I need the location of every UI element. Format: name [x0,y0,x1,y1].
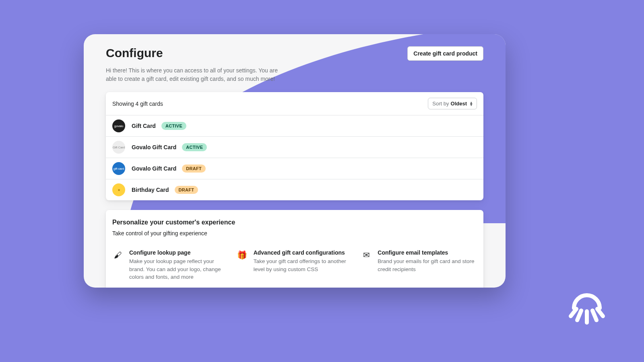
personalize-feature[interactable]: 🎁Advanced gift card configurationsTake y… [237,249,353,281]
gift-card-avatar: Gift Card [112,141,125,154]
brush-icon: 🖌 [112,249,124,261]
svg-line-1 [577,311,581,320]
feature-title: Configure email templates [378,249,477,256]
create-gift-card-button[interactable]: Create gift card product [407,46,483,61]
personalize-feature[interactable]: ✉Configure email templatesBrand your ema… [361,249,477,281]
status-badge: DRAFT [175,186,198,194]
feature-desc: Make your lookup page reflect your brand… [129,257,229,281]
gift-card-avatar: gift card [112,162,125,175]
gift-card-row[interactable]: gift cardGovalo Gift CardDRAFT [106,158,483,179]
gift-card-list-card: Showing 4 gift cards Sort by Oldest ▴▾ g… [106,92,483,200]
svg-line-3 [571,309,576,316]
feature-title: Configure lookup page [129,249,229,256]
svg-line-2 [592,311,597,320]
gift-icon: 🎁 [237,249,248,261]
personalize-subtitle: Take control of your gifting experience [112,230,477,237]
gift-card-name: Gift Card [132,123,156,129]
list-header: Showing 4 gift cards Sort by Oldest ▴▾ [106,92,483,115]
feature-desc: Take your gift card offerings to another… [254,257,353,273]
sort-label: Sort by [432,101,449,107]
gift-card-row[interactable]: ★Birthday CardDRAFT [106,179,483,200]
svg-line-4 [597,309,603,316]
gift-card-row[interactable]: govaloGift CardACTIVE [106,115,483,137]
personalize-title: Personalize your customer's experience [112,219,477,226]
status-badge: DRAFT [182,165,206,173]
feature-title: Advanced gift card configurations [254,249,353,256]
personalize-feature[interactable]: 🖌Configure lookup pageMake your lookup p… [112,249,229,281]
feature-desc: Brand your emails for gift card and stor… [378,257,477,273]
gift-card-row[interactable]: Gift CardGovalo Gift CardACTIVE [106,137,483,158]
gift-card-name: Govalo Gift Card [132,144,176,150]
sort-select[interactable]: Sort by Oldest ▴▾ [428,98,477,109]
personalize-card: Personalize your customer's experience T… [106,210,483,288]
status-badge: ACTIVE [161,122,186,130]
gift-card-name: Birthday Card [132,187,169,193]
page-intro: Hi there! This is where you can access t… [106,66,279,83]
brand-logo-icon [567,288,607,328]
hero: Configure Create gift card product Hi th… [84,34,506,88]
app-window: Configure Create gift card product Hi th… [84,34,506,288]
mail-icon: ✉ [361,249,372,261]
gift-card-avatar: ★ [112,183,125,196]
page-title: Configure [106,46,163,60]
gift-card-avatar: govalo [112,119,125,132]
sort-chevron-icon: ▴▾ [470,101,473,106]
sort-value: Oldest [451,101,467,107]
list-count: Showing 4 gift cards [112,101,163,107]
status-badge: ACTIVE [182,143,207,151]
gift-card-name: Govalo Gift Card [132,165,176,172]
